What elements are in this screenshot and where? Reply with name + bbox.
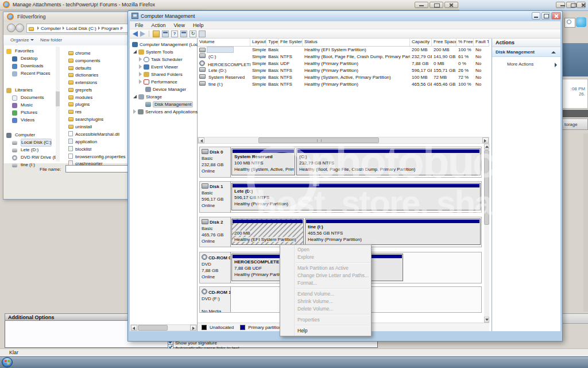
- start-button[interactable]: [2, 357, 13, 367]
- list-item-folder[interactable]: extensions: [68, 79, 97, 86]
- menu-item-open[interactable]: Open: [280, 246, 371, 254]
- minimize-button[interactable]: [556, 2, 565, 8]
- show-hide-pane-icon[interactable]: [180, 30, 187, 37]
- storage-button-fragment[interactable]: torage: [562, 118, 588, 130]
- menu-item-extend-volume[interactable]: Extend Volume...: [280, 290, 371, 298]
- menu-item-help[interactable]: Help: [280, 327, 371, 335]
- close-button[interactable]: [444, 2, 458, 8]
- expanded-icon[interactable]: [133, 50, 137, 53]
- cdrom-label[interactable]: CD-ROM 0DVD7,88 GBOnline: [200, 252, 231, 283]
- graph-vscrollbar[interactable]: [484, 144, 489, 323]
- menu-item-change-drive-letter[interactable]: Change Drive Letter and Paths...: [280, 272, 371, 279]
- volume-list-hscrollbar[interactable]: [198, 137, 489, 144]
- sidebar-item-libraries[interactable]: Libraries: [6, 87, 33, 94]
- close-button[interactable]: [551, 12, 561, 20]
- refresh-icon[interactable]: ↻: [189, 30, 196, 37]
- tree-item-storage[interactable]: Storage: [133, 93, 162, 100]
- forward-button[interactable]: [16, 24, 24, 32]
- list-item-file[interactable]: AccessibleMarshal.dll: [68, 131, 119, 137]
- help-icon[interactable]: ?: [171, 30, 178, 37]
- page-scrollbar[interactable]: [583, 133, 588, 312]
- disk-label[interactable]: Disk 2Basic465,76 GBOnline: [200, 217, 231, 247]
- volume-row[interactable]: HEROESCOMPLETE (E:)SimpleBasicUDFHealthy…: [198, 60, 489, 67]
- collapsed-icon[interactable]: [133, 109, 136, 114]
- menu-item-shrink-volume[interactable]: Shrink Volume...: [280, 298, 371, 305]
- more-actions[interactable]: More Actions: [492, 60, 560, 68]
- menu-file[interactable]: File: [135, 22, 144, 28]
- menu-item-format[interactable]: Format...: [280, 279, 371, 287]
- tree-item-disk-management[interactable]: Disk Management: [145, 101, 193, 108]
- list-item-folder[interactable]: modules: [68, 94, 92, 101]
- sidebar-item-documents[interactable]: Documents: [12, 94, 44, 101]
- disk-label[interactable]: Disk 0Basic232,88 GBOnline: [200, 147, 231, 177]
- new-folder-button[interactable]: New folder: [40, 37, 62, 43]
- volume-row[interactable]: System ReservedSimpleBasicNTFSHealthy (S…: [198, 74, 489, 81]
- tree-item-system-tools[interactable]: System Tools: [133, 48, 173, 55]
- menu-item-mark-partition-active[interactable]: Mark Partition as Active: [280, 264, 371, 272]
- sidebar-item-lete-d[interactable]: Lete (D:): [12, 147, 38, 154]
- list-item-folder[interactable]: searchplugins: [68, 116, 103, 123]
- properties-icon[interactable]: [199, 30, 206, 37]
- list-item-folder[interactable]: chrome: [68, 50, 91, 57]
- list-item-folder[interactable]: uninstall: [68, 124, 92, 131]
- volume-row[interactable]: (C:)SimpleBasicNTFSHealthy (Boot, Page F…: [198, 53, 489, 60]
- menu-help[interactable]: Help: [193, 22, 204, 28]
- sidebar-item-videos[interactable]: Videos: [12, 117, 34, 124]
- breadcrumb-item[interactable]: Program F: [102, 26, 123, 31]
- maximize-button[interactable]: [430, 2, 443, 8]
- restore-button[interactable]: [566, 2, 575, 8]
- list-item-folder[interactable]: dictionaries: [68, 72, 98, 79]
- menu-view[interactable]: View: [174, 22, 185, 28]
- organize-button[interactable]: Organize: [10, 37, 34, 43]
- back-icon[interactable]: [133, 31, 138, 37]
- actions-disk-management[interactable]: Disk Management: [492, 47, 560, 57]
- maximize-button[interactable]: [541, 12, 550, 20]
- up-folder-icon[interactable]: [153, 30, 160, 37]
- disk-label[interactable]: Disk 1Basic596,17 GBOnline: [200, 182, 231, 212]
- partition-system-reserved[interactable]: System Reserved100 MB NTFSHealthy (Syste…: [231, 148, 295, 175]
- volume-row[interactable]: tine (I:)SimpleBasicNTFSHealthy (Primary…: [198, 81, 489, 88]
- partition-c[interactable]: (C:)232,79 GB NTFSHealthy (Boot, Page Fi…: [296, 148, 481, 175]
- partition-tine-i[interactable]: tine (I:)465,56 GB NTFSHealthy (Primary …: [305, 218, 481, 245]
- menu-item-delete-volume[interactable]: Delete Volume...: [280, 305, 371, 313]
- tree-item-event-viewer[interactable]: Event Viewer: [139, 63, 178, 70]
- tree-item-shared-folders[interactable]: Shared Folders: [139, 71, 183, 78]
- console-window-icon[interactable]: [162, 30, 169, 37]
- sidebar-item-pictures[interactable]: Pictures: [12, 109, 37, 116]
- sidebar-item-computer[interactable]: Computer: [6, 132, 35, 139]
- breadcrumb-item[interactable]: Local Disk (C:): [66, 26, 96, 31]
- sidebar-item-desktop[interactable]: Desktop: [12, 55, 37, 62]
- list-item-file[interactable]: blocklist: [68, 145, 91, 152]
- sidebar-item-recent-places[interactable]: Recent Places: [12, 70, 51, 77]
- tree-item-performance[interactable]: Performance: [139, 78, 177, 85]
- menu-item-properties[interactable]: Properties: [280, 316, 371, 324]
- list-item-folder[interactable]: res: [68, 109, 82, 116]
- list-item-folder[interactable]: plugins: [68, 101, 90, 108]
- sidebar-item-downloads[interactable]: Downloads: [12, 63, 44, 70]
- sidebar-item-favorites[interactable]: Favorites: [6, 48, 34, 55]
- tree-item-device-manager[interactable]: Device Manager: [145, 86, 186, 93]
- tree-hscrollbar[interactable]: [130, 324, 197, 331]
- list-item-file[interactable]: browserconfig.properties: [68, 153, 126, 160]
- skype-icon[interactable]: [576, 17, 586, 27]
- volume-row[interactable]: SimpleBasicHealthy (EFI System Partition…: [198, 47, 489, 53]
- list-item-folder[interactable]: greprefs: [68, 87, 92, 94]
- forward-icon[interactable]: [140, 31, 145, 37]
- collapsed-icon[interactable]: [139, 79, 142, 84]
- menu-action[interactable]: Action: [152, 22, 166, 28]
- sidebar-item-dvd-drive-e[interactable]: DVD RW Drive (E:: [12, 154, 59, 161]
- tree-item-task-scheduler[interactable]: Task Scheduler: [139, 56, 183, 63]
- volume-table-header[interactable]: VolumeLayoutTypeFile SystemStatusCapacit…: [198, 39, 489, 47]
- tree-item-root[interactable]: Computer Management (Local: [132, 41, 202, 48]
- collapsed-icon[interactable]: [139, 72, 142, 76]
- tree-item-services-applications[interactable]: Services and Applications: [133, 108, 198, 115]
- list-item-folder[interactable]: components: [68, 57, 100, 64]
- list-item-file[interactable]: application: [68, 138, 97, 145]
- expanded-icon[interactable]: [133, 95, 137, 98]
- sidebar-scrollbar[interactable]: [56, 47, 60, 162]
- minimize-button[interactable]: [532, 12, 540, 20]
- cdrom-label[interactable]: CD-ROM 1DVD (F:)No Media: [200, 287, 231, 312]
- close-button[interactable]: [577, 2, 586, 8]
- partition-efi-selected[interactable]: 200 MBHealthy (EFI System Partition): [231, 218, 304, 245]
- minimize-button[interactable]: [415, 2, 428, 8]
